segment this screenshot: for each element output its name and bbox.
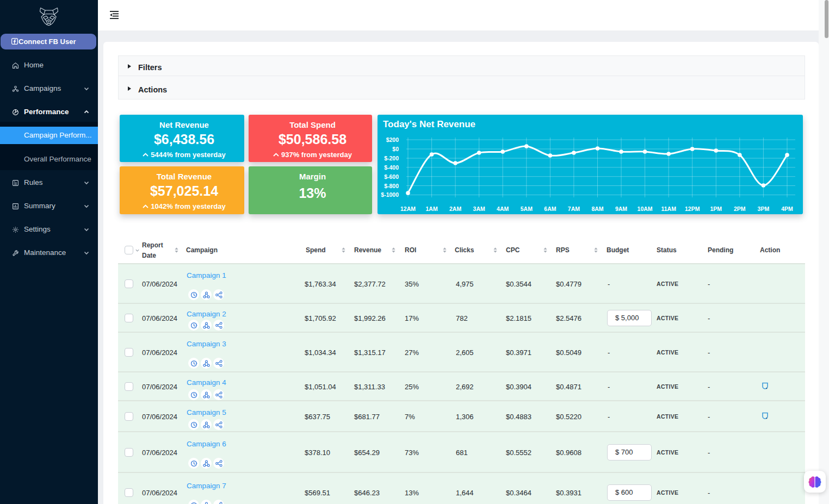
svg-text:$-600: $-600 [384, 173, 399, 180]
svg-text:4PM: 4PM [781, 206, 793, 212]
svg-text:10AM: 10AM [638, 206, 653, 212]
svg-text:5AM: 5AM [521, 206, 533, 212]
svg-text:7AM: 7AM [568, 206, 580, 212]
svg-text:$-400: $-400 [384, 164, 399, 171]
svg-text:2PM: 2PM [734, 206, 746, 212]
svg-text:$0: $0 [392, 146, 399, 152]
svg-text:$-200: $-200 [384, 155, 399, 161]
svg-text:9AM: 9AM [615, 206, 627, 212]
svg-text:1AM: 1AM [426, 206, 438, 212]
svg-text:3PM: 3PM [758, 206, 770, 212]
svg-text:4AM: 4AM [497, 206, 509, 212]
svg-text:12AM: 12AM [400, 206, 416, 212]
svg-text:$-1000: $-1000 [381, 191, 399, 198]
svg-text:12PM: 12PM [685, 206, 700, 212]
svg-text:$200: $200 [386, 136, 399, 143]
svg-text:6AM: 6AM [544, 206, 556, 212]
svg-text:11AM: 11AM [661, 206, 676, 212]
svg-text:$-800: $-800 [384, 183, 399, 189]
svg-text:8AM: 8AM [591, 206, 603, 212]
svg-text:3AM: 3AM [473, 206, 485, 212]
svg-text:2AM: 2AM [449, 206, 461, 212]
svg-text:1PM: 1PM [710, 206, 722, 212]
